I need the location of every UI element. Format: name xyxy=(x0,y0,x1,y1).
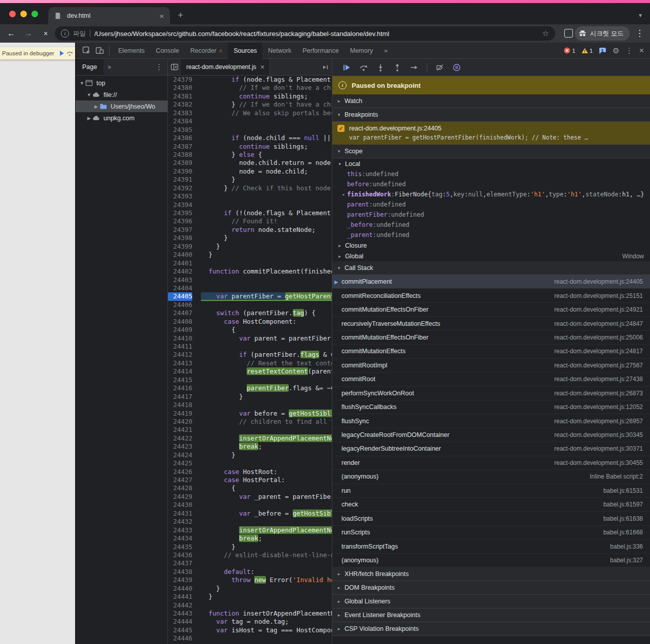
line-number[interactable]: 24381 xyxy=(168,92,192,100)
page-info-icon[interactable]: i xyxy=(61,29,69,38)
overlay-step-over-button[interactable] xyxy=(66,50,73,56)
close-window-button[interactable] xyxy=(9,11,16,17)
line-number[interactable]: 24406 xyxy=(168,301,192,309)
line-number[interactable]: 24433 xyxy=(168,526,192,534)
tree-item-top[interactable]: ▼ top xyxy=(76,77,167,89)
line-number[interactable]: 24383 xyxy=(168,109,192,117)
line-number[interactable]: 24404 xyxy=(168,284,192,292)
line-number[interactable]: 24385 xyxy=(168,126,192,134)
line-number[interactable]: 24394 xyxy=(168,201,192,209)
devtools-menu-icon[interactable]: ⋮ xyxy=(626,47,633,54)
line-number[interactable]: 24430 xyxy=(168,501,192,509)
tree-item-unpkg[interactable]: ▶ unpkg.com xyxy=(76,112,167,124)
browser-tab[interactable]: dev.html × xyxy=(48,7,170,24)
section-csp-violation-breakpoints[interactable]: ▸ CSP Violation Breakpoints xyxy=(332,622,650,636)
line-number[interactable]: 24426 xyxy=(168,468,192,476)
section-call-stack[interactable]: ▾ Call Stack xyxy=(332,261,650,275)
line-number[interactable]: 24410 xyxy=(168,334,192,343)
line-number[interactable]: 24432 xyxy=(168,518,192,526)
browser-menu-icon[interactable]: ⋮ xyxy=(635,28,644,39)
line-number[interactable]: 24429 xyxy=(168,493,192,501)
expander-icon[interactable]: ▾ xyxy=(336,265,341,270)
url-bar[interactable]: i 파일 /Users/jhseo/Workspace/src/github.c… xyxy=(55,26,555,41)
zoom-window-button[interactable] xyxy=(31,11,38,17)
editor-file-tab[interactable]: react-dom.development.js × xyxy=(181,59,270,75)
line-number[interactable]: 24407 xyxy=(168,309,192,317)
step-over-icon[interactable] xyxy=(359,63,368,72)
line-number[interactable]: 24392 xyxy=(168,184,192,192)
line-number[interactable]: 24422 xyxy=(168,434,192,443)
line-number[interactable]: 24440 xyxy=(168,585,192,593)
breakpoint-entry[interactable]: ✓ react-dom.development.js:24405 var par… xyxy=(332,122,650,145)
line-number[interactable]: 24446 xyxy=(168,634,192,642)
device-toolbar-icon[interactable] xyxy=(93,44,106,57)
tab-console[interactable]: Console xyxy=(150,43,185,59)
close-devtools-icon[interactable]: × xyxy=(639,47,644,55)
expander-icon[interactable]: ▸ xyxy=(336,98,341,104)
inspect-element-icon[interactable] xyxy=(80,44,93,57)
line-number[interactable]: 24401 xyxy=(168,259,192,267)
expander-icon[interactable]: ▸ xyxy=(336,243,343,248)
navigator-more-tabs[interactable]: » xyxy=(108,63,111,71)
scope-group-closure[interactable]: ▸ Closure xyxy=(332,240,650,251)
line-number[interactable]: 24388 xyxy=(168,151,192,159)
open-sidebar-icon[interactable] xyxy=(319,60,332,74)
console-errors-badge[interactable]: 1 xyxy=(564,47,575,54)
section-scope[interactable]: ▾ Scope xyxy=(332,145,650,158)
scope-group-global[interactable]: ▸ Global Window xyxy=(332,251,650,261)
call-stack-frame[interactable]: transformScriptTagsbabel.js:336 xyxy=(332,539,650,553)
line-number[interactable]: 24382 xyxy=(168,100,192,109)
resume-script-icon[interactable] xyxy=(343,63,351,72)
line-number[interactable]: 24380 xyxy=(168,84,192,92)
line-number[interactable]: 24443 xyxy=(168,609,192,618)
line-number[interactable]: 24415 xyxy=(168,376,192,384)
expander-icon[interactable]: ▼ xyxy=(79,81,85,86)
line-number[interactable]: 24405 xyxy=(168,292,192,300)
section-dom-breakpoints[interactable]: ▸ DOM Breakpoints xyxy=(332,581,650,595)
call-stack-frame[interactable]: recursivelyTraverseMutationEffectsreact-… xyxy=(332,317,650,330)
line-number[interactable]: 24425 xyxy=(168,459,192,467)
tab-memory[interactable]: Memory xyxy=(345,43,379,59)
tab-network[interactable]: Network xyxy=(262,43,297,59)
line-number[interactable]: 24421 xyxy=(168,426,192,434)
call-stack-frame[interactable]: renderreact-dom.development.js:30455 xyxy=(332,456,650,470)
call-stack-frame[interactable]: commitRootreact-dom.development.js:27438 xyxy=(332,372,650,386)
side-panel-icon[interactable] xyxy=(564,29,573,38)
line-number[interactable]: 24424 xyxy=(168,451,192,459)
tab-performance[interactable]: Performance xyxy=(297,43,345,59)
call-stack-frame[interactable]: flushSyncCallbacksreact-dom.development.… xyxy=(332,400,650,414)
call-stack-frame[interactable]: (anonymous)Inline Babel script:2 xyxy=(332,470,650,484)
back-button[interactable]: ← xyxy=(5,24,17,43)
minimize-window-button[interactable] xyxy=(20,11,27,17)
call-stack-frame[interactable]: commitMutationEffectsOnFiberreact-dom.de… xyxy=(332,331,650,345)
call-stack-frame[interactable]: runbabel.js:61531 xyxy=(332,484,650,498)
line-number[interactable]: 24441 xyxy=(168,593,192,601)
call-stack-frame[interactable]: commitMutationEffectsOnFiberreact-dom.de… xyxy=(332,303,650,317)
line-number[interactable]: 24408 xyxy=(168,318,192,326)
call-stack-frame[interactable]: checkbabel.js:61597 xyxy=(332,498,650,512)
line-number[interactable]: 24400 xyxy=(168,251,192,259)
section-breakpoints[interactable]: ▾ Breakpoints xyxy=(332,108,650,122)
line-number-gutter[interactable]: 2437924380243812438224383243842438524386… xyxy=(168,76,197,644)
navigator-menu-icon[interactable]: ⋮ xyxy=(155,62,163,72)
expander-icon[interactable]: ▶ xyxy=(93,104,99,109)
tab-recorder[interactable]: Recorder ⚠ xyxy=(185,43,228,59)
line-number[interactable]: 24396 xyxy=(168,217,192,225)
line-number[interactable]: 24414 xyxy=(168,367,192,376)
scope-group-local[interactable]: ▾ Local xyxy=(332,158,650,169)
tab-sources[interactable]: Sources xyxy=(228,43,262,59)
section-event-listener-breakpoints[interactable]: ▸ Event Listener Breakpoints xyxy=(332,608,650,622)
more-panels-chevron[interactable]: » xyxy=(379,43,393,59)
line-number[interactable]: 24397 xyxy=(168,226,192,234)
settings-gear-icon[interactable]: ⚙ xyxy=(612,47,619,54)
breakpoint-checkbox[interactable]: ✓ xyxy=(337,125,345,132)
call-stack-frame[interactable]: loadScriptsbabel.js:61638 xyxy=(332,512,650,525)
line-number[interactable]: 24403 xyxy=(168,276,192,284)
bookmark-star-icon[interactable]: ☆ xyxy=(542,29,549,38)
line-number[interactable]: 24418 xyxy=(168,401,192,409)
new-tab-button[interactable]: + xyxy=(178,10,183,20)
hide-navigator-icon[interactable] xyxy=(168,60,181,74)
line-number[interactable]: 24389 xyxy=(168,159,192,167)
line-number[interactable]: 24402 xyxy=(168,267,192,276)
forward-button[interactable]: → xyxy=(22,24,35,43)
